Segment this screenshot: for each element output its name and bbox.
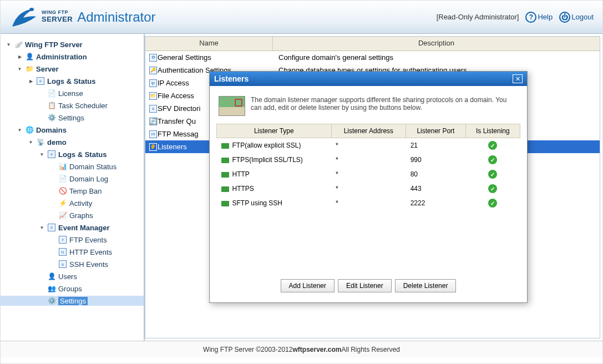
dialog-body: The domain listener manager supports dif… — [210, 86, 527, 302]
net-icon — [221, 186, 229, 192]
listener-row[interactable]: HTTPS*443✓ — [217, 181, 520, 196]
listener-row[interactable]: SFTP using SSH*2222✓ — [217, 196, 520, 210]
users-icon: 👤 — [47, 272, 56, 281]
tree-task-scheduler[interactable]: 📋Task Scheduler — [1, 100, 144, 110]
logo-area: WING FTP SERVER Administrator — [9, 4, 156, 29]
logo-icon — [9, 4, 37, 29]
check-icon: ✓ — [488, 155, 497, 164]
tree-http-events[interactable]: hHTTP Events — [1, 247, 144, 257]
collapse-icon[interactable]: ▼ — [6, 42, 11, 47]
collapse-icon[interactable]: ▼ — [17, 67, 22, 72]
ban-icon: 🚫 — [58, 186, 67, 195]
dialog-titlebar[interactable]: Listeners ✕ — [210, 72, 527, 86]
col-listener-type: Listener Type — [217, 124, 332, 138]
collapse-icon[interactable]: ▼ — [39, 152, 44, 157]
expand-icon[interactable]: ▶ — [17, 54, 22, 59]
tree-settings[interactable]: ⚙️Settings — [1, 113, 144, 123]
tree-logs-status[interactable]: ▶≡Logs & Status — [1, 76, 144, 86]
net-icon — [221, 172, 229, 178]
ssh-events-icon: s — [58, 260, 67, 269]
header: WING FTP SERVER Administrator [Read-Only… — [1, 1, 602, 34]
listener-table: Listener Type Listener Address Listener … — [216, 124, 520, 210]
footer-domain: wftpserver.com — [292, 346, 341, 353]
listeners-dialog: Listeners ✕ The domain listener manager … — [209, 71, 528, 303]
tree-demo[interactable]: ▼📡demo — [1, 137, 144, 147]
content-header: Name Description — [145, 37, 600, 51]
log-icon: 📄 — [58, 174, 67, 183]
row-general-settings[interactable]: ⚙General SettingsConfigure domain's gene… — [145, 51, 600, 64]
collapse-icon[interactable]: ▼ — [17, 128, 22, 133]
content-panel: Name Description ⚙General SettingsConfig… — [145, 36, 600, 338]
svg-point-0 — [29, 8, 34, 11]
check-icon: ✓ — [488, 199, 497, 208]
tree-license[interactable]: 📄License — [1, 88, 144, 98]
logs-icon: ≡ — [36, 77, 45, 85]
groups-icon: 👥 — [47, 284, 56, 293]
collapse-icon[interactable]: ▼ — [39, 225, 44, 230]
settings-icon: ⚙ — [145, 53, 158, 62]
check-icon: ✓ — [488, 184, 497, 193]
header-right: [Read-Only Administrator] ? Help ⏻ Logou… — [437, 12, 594, 23]
scheduler-icon: 📋 — [47, 101, 56, 110]
settings-icon: ⚙️ — [47, 113, 56, 122]
listener-row[interactable]: FTPS(Implicit SSL/TLS)*990✓ — [217, 153, 520, 167]
expand-icon[interactable]: ▶ — [28, 79, 33, 84]
footer: Wing FTP Server ©2003-2012 wftpserver.co… — [1, 341, 602, 357]
tree-domains[interactable]: ▼🌐Domains — [1, 125, 144, 135]
tree-event-manager[interactable]: ▼≡Event Manager — [1, 223, 144, 232]
logout-link[interactable]: ⏻ Logout — [559, 12, 594, 23]
col-name: Name — [145, 37, 273, 50]
sidebar: ▼🪽Wing FTP Server ▶👤Administration ▼📁Ser… — [1, 34, 145, 341]
ip-icon: ip — [145, 79, 158, 87]
ftp-events-icon: f — [58, 235, 67, 244]
admin-icon: 👤 — [25, 52, 34, 61]
tree-domain-status[interactable]: 📊Domain Status — [1, 161, 144, 171]
auth-icon: 🔑 — [145, 66, 158, 74]
tree-ssh-events[interactable]: sSSH Events — [1, 259, 144, 269]
tree-graphs[interactable]: 📈Graphs — [1, 210, 144, 220]
sfv-icon: s — [145, 104, 158, 113]
page-title: Administrator — [77, 9, 155, 25]
license-icon: 📄 — [47, 89, 56, 98]
help-link[interactable]: ? Help — [525, 12, 553, 23]
settings-icon: ⚙️ — [47, 296, 56, 305]
listeners-icon: 👂 — [145, 143, 158, 151]
activity-icon: ⚡ — [58, 199, 67, 208]
listener-row[interactable]: FTP(allow explicit SSL)*21✓ — [217, 138, 520, 153]
delete-listener-button[interactable]: Delete Listener — [395, 279, 457, 292]
tree: ▼🪽Wing FTP Server ▶👤Administration ▼📁Ser… — [1, 38, 144, 307]
listener-tbody: FTP(allow explicit SSL)*21✓ FTPS(Implici… — [217, 138, 520, 211]
transfer-icon: 🔄 — [145, 117, 158, 125]
domain-icon: 📡 — [36, 138, 45, 146]
tree-ftp-events[interactable]: fFTP Events — [1, 235, 144, 245]
tree-settings-2[interactable]: ⚙️Settings — [1, 296, 144, 306]
check-icon: ✓ — [488, 141, 497, 150]
tree-domain-log[interactable]: 📄Domain Log — [1, 174, 144, 184]
app-window: WING FTP SERVER Administrator [Read-Only… — [0, 0, 603, 364]
network-card-icon — [219, 96, 245, 116]
tree-server[interactable]: ▼📁Server — [1, 64, 144, 74]
col-is-listening: Is Listening — [465, 124, 520, 138]
status-icon: 📊 — [58, 162, 67, 171]
tree-users[interactable]: 👤Users — [1, 271, 144, 281]
net-icon — [221, 158, 229, 163]
graphs-icon: 📈 — [58, 211, 67, 220]
add-listener-button[interactable]: Add Listener — [281, 279, 335, 292]
tree-activity[interactable]: ⚡Activity — [1, 198, 144, 208]
listener-row[interactable]: HTTP*80✓ — [217, 167, 520, 181]
collapse-icon[interactable]: ▼ — [28, 140, 33, 145]
tree-root[interactable]: ▼🪽Wing FTP Server — [1, 39, 144, 49]
tree-groups[interactable]: 👥Groups — [1, 284, 144, 294]
server-icon: 🪽 — [14, 40, 23, 49]
tree-temp-ban[interactable]: 🚫Temp Ban — [1, 186, 144, 196]
tree-administration[interactable]: ▶👤Administration — [1, 52, 144, 62]
col-listener-address: Listener Address — [331, 124, 406, 138]
net-icon — [221, 201, 229, 206]
http-events-icon: h — [58, 247, 67, 256]
file-icon: 📁 — [145, 92, 158, 100]
close-icon[interactable]: ✕ — [513, 74, 523, 83]
logout-icon: ⏻ — [559, 12, 570, 23]
tree-logs-status-2[interactable]: ▼≡Logs & Status — [1, 149, 144, 159]
edit-listener-button[interactable]: Edit Listener — [338, 279, 392, 292]
dialog-description: The domain listener manager supports dif… — [216, 93, 520, 124]
